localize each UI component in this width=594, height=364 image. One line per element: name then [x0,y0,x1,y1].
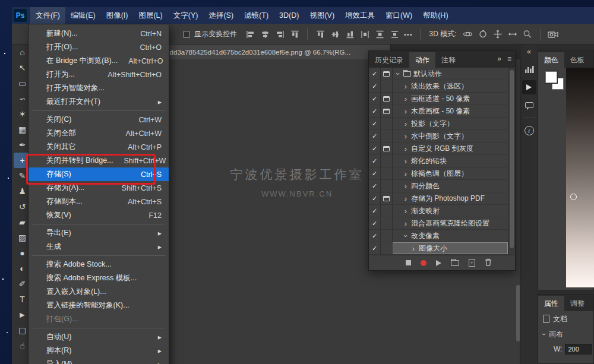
align-right-icon[interactable] [274,29,285,40]
action-enable-toggle[interactable]: ✓ [369,130,381,142]
file-menu-item[interactable]: 自动(U)▸ [29,330,169,344]
file-menu-item[interactable]: 导出(E)▸ [29,226,169,240]
menubar-item[interactable]: 选择(S) [203,7,239,24]
3d-orbit-icon[interactable] [463,29,473,40]
3d-roll-icon[interactable] [478,29,488,40]
action-dialog-toggle[interactable] [381,192,393,204]
stop-button[interactable] [406,260,411,265]
action-enable-toggle[interactable]: ✓ [369,242,381,254]
play-button[interactable] [436,260,441,266]
menubar-item[interactable]: 视图(V) [304,7,340,24]
action-dialog-toggle[interactable] [381,68,393,80]
file-menu-item[interactable]: 打开为...Alt+Shift+Ctrl+O [29,68,169,81]
action-row[interactable]: ✓›木质画框 - 50 像素 [369,105,508,118]
file-menu-item[interactable]: 存储副本...Alt+Ctrl+S [29,195,169,208]
file-menu-item[interactable]: 关闭全部Alt+Ctrl+W [29,126,169,140]
show-transform-checkbox[interactable] [183,31,190,38]
expand-open-icon[interactable]: › [402,233,410,239]
file-menu-item[interactable]: 打开为智能对象... [29,81,169,95]
info-panel-icon[interactable]: i [522,124,536,138]
document-tab[interactable]: × dd3a785425d41d675bc2d031e608ef6e.png @… [156,45,391,59]
distribute-right-icon[interactable] [389,29,400,40]
canvas-row[interactable]: › 画布 [538,327,593,342]
action-row[interactable]: ✓›水中倒影（文字） [369,130,508,143]
expand-closed-icon[interactable]: › [403,145,409,153]
document-row[interactable]: 文档 [538,311,593,327]
action-row-content[interactable]: ›渐变映射 [393,205,508,217]
action-enable-toggle[interactable]: ✓ [369,217,381,229]
3d-pan-icon[interactable] [492,29,503,40]
new-action-button[interactable]: + [469,259,475,267]
distribute-left-icon[interactable] [359,29,370,40]
action-dialog-toggle[interactable] [381,80,393,92]
file-menu-item[interactable]: 关闭并转到 Bridge...Shift+Ctrl+W [29,154,169,167]
menubar-item[interactable]: 文字(Y) [168,7,204,24]
action-row[interactable]: ✓›棕褐色调（图层） [369,167,508,180]
action-row[interactable]: ✓›画框通道 - 50 像素 [369,93,508,105]
action-enable-toggle[interactable]: ✓ [369,192,381,204]
expand-closed-icon[interactable]: › [403,83,409,90]
file-menu-item[interactable]: 存储(S)Ctrl+S [29,167,169,181]
action-enable-toggle[interactable]: ✓ [369,155,381,167]
action-row-content[interactable]: ›默认动作 [393,68,508,80]
file-menu-item[interactable]: 搜索 Adobe Express 模板... [29,271,169,285]
panel-menu-icon[interactable]: ≡ [507,55,511,63]
color-picker-handle[interactable] [570,194,577,200]
action-dialog-toggle[interactable] [381,167,393,179]
action-row[interactable]: ✓›默认动作 [369,68,508,80]
action-row[interactable]: ✓›图像大小 [369,242,508,255]
file-menu-item[interactable]: 最近打开文件(T)▸ [29,95,169,109]
3d-camera-icon[interactable] [548,29,558,40]
panel-tab[interactable]: 属性 [538,296,564,311]
expand-closed-icon[interactable]: › [403,182,409,190]
action-enable-toggle[interactable]: ✓ [369,205,381,217]
action-row-content[interactable]: ›改变像素 [393,230,508,242]
action-row-content[interactable]: ›水中倒影（文字） [393,130,508,142]
action-row[interactable]: ✓›熔化的铅块 [369,155,508,167]
3d-zoom-icon[interactable] [522,29,533,40]
action-row-content[interactable]: ›熔化的铅块 [393,155,508,167]
action-enable-toggle[interactable]: ✓ [369,167,381,179]
action-dialog-toggle[interactable] [381,242,393,254]
action-row-content[interactable]: ›投影（文字） [393,118,508,129]
panel-tab[interactable]: 动作 [409,52,435,68]
actions-scrollbar-thumb[interactable] [510,70,514,248]
expand-open-icon[interactable]: › [394,71,402,77]
collapse-panels-icon[interactable]: « [527,47,531,56]
distribute-vertical-center-icon[interactable] [330,29,340,40]
expand-closed-icon[interactable]: › [410,245,416,252]
file-menu-item[interactable]: 生成▸ [29,240,169,254]
distribute-bottom-icon[interactable] [345,29,355,40]
actions-scrollbar[interactable] [508,68,515,255]
histogram-panel-icon[interactable] [522,62,536,77]
action-dialog-toggle[interactable] [381,118,393,129]
menubar-item[interactable]: 文件(F) [30,7,65,24]
align-top-icon[interactable] [289,29,300,40]
expand-closed-icon[interactable]: › [403,195,409,202]
menubar-item[interactable]: 3D(D) [274,7,304,24]
file-menu-item[interactable]: 关闭其它Alt+Ctrl+P [29,140,169,154]
action-row-content[interactable]: ›图像大小 [393,242,508,254]
action-enable-toggle[interactable]: ✓ [369,93,381,105]
file-menu-item[interactable]: 在 Bridge 中浏览(B)...Alt+Ctrl+O [29,54,169,68]
expand-closed-icon[interactable]: › [403,157,409,165]
action-dialog-toggle[interactable] [381,180,393,192]
file-menu-item[interactable]: 恢复(V)F12 [29,208,169,222]
distribute-top-icon[interactable] [315,29,326,40]
action-enable-toggle[interactable]: ✓ [369,118,381,129]
delete-button[interactable] [485,258,492,268]
action-dialog-toggle[interactable] [381,143,393,154]
file-menu-item[interactable]: 新建(N)...Ctrl+N [29,27,169,40]
file-menu-item[interactable]: 存储为(A)...Shift+Ctrl+S [29,181,169,195]
expand-closed-icon[interactable]: › [403,220,409,227]
action-row-content[interactable]: ›四分颜色 [393,180,508,192]
menubar-item[interactable]: 滤镜(T) [239,7,274,24]
menubar-item[interactable]: 图层(L) [133,7,168,24]
distribute-center-icon[interactable] [374,29,385,40]
file-menu-item[interactable]: 搜索 Adobe Stock... [29,258,169,271]
action-row[interactable]: ✓›混合器画笔克隆绘图设置 [369,217,508,230]
expand-closed-icon[interactable]: › [403,132,409,140]
expand-closed-icon[interactable]: › [403,95,409,103]
panel-tab[interactable]: 调整 [564,296,590,311]
notes-panel-icon[interactable] [522,98,536,112]
